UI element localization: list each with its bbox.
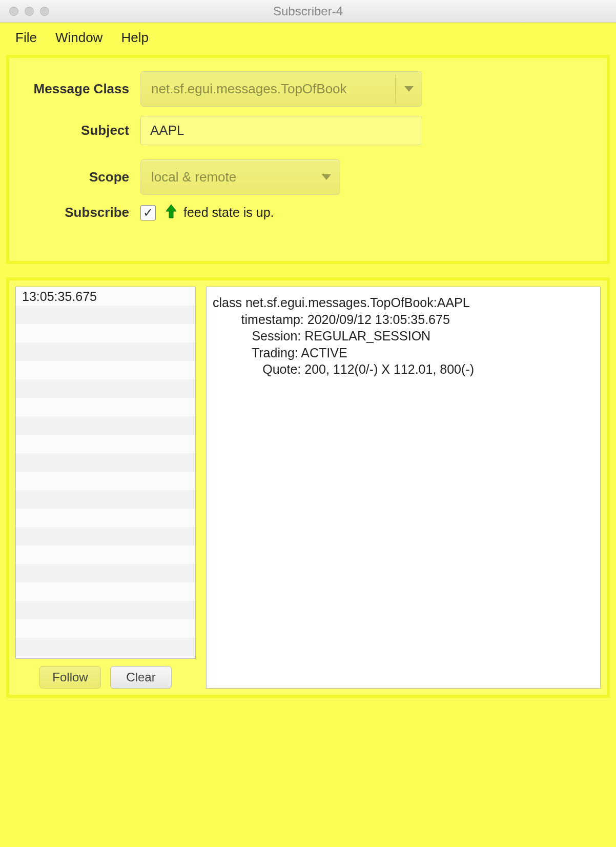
minimize-window-button[interactable] [25,7,34,16]
message-class-combo[interactable]: net.sf.egui.messages.TopOfBook [140,71,422,107]
scope-value: local & remote [141,160,313,194]
lower-panel: 13:05:35.675 [6,277,610,698]
list-item [16,342,195,361]
arrow-up-icon [165,204,177,221]
row-message-class: Message Class net.sf.egui.messages.TopOf… [24,71,592,107]
chevron-down-icon [404,86,414,92]
list-item [16,306,195,324]
menubar: File Window Help [0,23,616,55]
list-item [16,527,195,546]
list-item [16,453,195,472]
list-item [16,324,195,342]
subject-input[interactable]: AAPL [140,116,422,145]
list-item [16,619,195,638]
message-class-dropdown-arrow[interactable] [395,74,422,104]
zoom-window-button[interactable] [40,7,49,16]
list-item [16,546,195,564]
list-item [16,472,195,490]
row-scope: Scope local & remote [24,159,592,195]
menu-help[interactable]: Help [121,30,148,46]
form-panel: Message Class net.sf.egui.messages.TopOf… [6,55,610,264]
detail-line: Quote: 200, 112(0/-) X 112.01, 800(-) [213,361,594,378]
message-detail-box[interactable]: class net.sf.egui.messages.TopOfBook:AAP… [206,287,601,689]
list-item [16,398,195,416]
row-subscribe: Subscribe ✓ feed state is up. [24,204,592,221]
message-class-label: Message Class [24,81,140,97]
follow-button[interactable]: Follow [39,666,101,689]
list-item [16,509,195,527]
check-icon: ✓ [143,207,153,219]
subscribe-checkbox[interactable]: ✓ [140,205,156,220]
menu-file[interactable]: File [15,30,37,46]
left-column: 13:05:35.675 [15,287,196,689]
subject-label: Subject [24,123,140,138]
list-item [16,361,195,379]
button-row: Follow Clear [15,659,196,689]
chevron-down-icon [322,174,331,180]
list-item [16,379,195,398]
timestamp-list[interactable]: 13:05:35.675 [15,287,196,659]
list-item [16,490,195,509]
list-item [16,582,195,601]
detail-line: timestamp: 2020/09/12 13:05:35.675 [213,311,594,328]
menu-window[interactable]: Window [55,30,102,46]
scope-combo[interactable]: local & remote [140,159,340,195]
subscribe-label: Subscribe [24,205,140,220]
clear-button[interactable]: Clear [110,666,172,689]
titlebar: Subscriber-4 [0,0,616,23]
list-item [16,564,195,582]
detail-line: Trading: ACTIVE [213,345,594,361]
message-class-value: net.sf.egui.messages.TopOfBook [141,72,395,106]
row-subject: Subject AAPL [24,116,592,145]
feed-state-text: feed state is up. [183,205,274,220]
list-item [16,638,195,656]
window-controls [9,7,49,16]
app-body: File Window Help Message Class net.sf.eg… [0,23,616,847]
detail-line: Session: REGULAR_SESSION [213,328,594,345]
list-item [16,435,195,453]
list-item[interactable]: 13:05:35.675 [16,287,195,306]
window-title: Subscriber-4 [0,4,616,18]
list-item [16,416,195,435]
detail-line: class net.sf.egui.messages.TopOfBook:AAP… [213,294,594,311]
close-window-button[interactable] [9,7,18,16]
scope-label: Scope [24,169,140,185]
scope-dropdown-arrow[interactable] [313,174,340,180]
list-item [16,601,195,619]
